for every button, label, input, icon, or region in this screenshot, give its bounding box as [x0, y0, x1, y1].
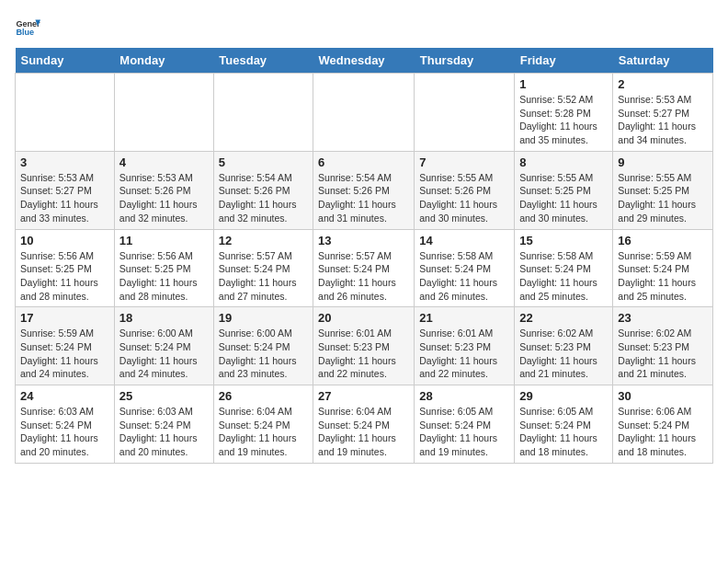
day-number: 23: [618, 311, 708, 325]
day-info: Sunrise: 6:03 AM Sunset: 5:24 PM Dayligh…: [119, 405, 209, 459]
col-header-monday: Monday: [114, 48, 213, 74]
calendar-cell: 19Sunrise: 6:00 AM Sunset: 5:24 PM Dayli…: [213, 307, 313, 385]
day-number: 7: [419, 155, 509, 169]
day-info: Sunrise: 5:53 AM Sunset: 5:27 PM Dayligh…: [618, 93, 708, 147]
calendar-cell: [313, 74, 415, 152]
calendar-week-3: 10Sunrise: 5:56 AM Sunset: 5:25 PM Dayli…: [16, 229, 713, 307]
day-number: 2: [618, 77, 708, 91]
day-info: Sunrise: 5:54 AM Sunset: 5:26 PM Dayligh…: [318, 171, 409, 225]
calendar-cell: 20Sunrise: 6:01 AM Sunset: 5:23 PM Dayli…: [313, 307, 415, 385]
col-header-thursday: Thursday: [415, 48, 515, 74]
day-info: Sunrise: 5:58 AM Sunset: 5:24 PM Dayligh…: [419, 249, 509, 304]
day-number: 28: [419, 389, 509, 403]
calendar-week-1: 1Sunrise: 5:52 AM Sunset: 5:28 PM Daylig…: [16, 74, 713, 152]
day-info: Sunrise: 5:57 AM Sunset: 5:24 PM Dayligh…: [219, 249, 308, 304]
calendar-cell: 1Sunrise: 5:52 AM Sunset: 5:28 PM Daylig…: [515, 74, 613, 152]
day-info: Sunrise: 6:05 AM Sunset: 5:24 PM Dayligh…: [519, 405, 608, 459]
day-info: Sunrise: 6:02 AM Sunset: 5:23 PM Dayligh…: [519, 327, 608, 381]
calendar-cell: 5Sunrise: 5:54 AM Sunset: 5:26 PM Daylig…: [213, 151, 313, 229]
day-info: Sunrise: 5:55 AM Sunset: 5:25 PM Dayligh…: [618, 171, 708, 225]
calendar-cell: 12Sunrise: 5:57 AM Sunset: 5:24 PM Dayli…: [213, 229, 313, 307]
day-info: Sunrise: 5:53 AM Sunset: 5:27 PM Dayligh…: [20, 171, 109, 225]
day-number: 11: [119, 234, 209, 247]
calendar-cell: 13Sunrise: 5:57 AM Sunset: 5:24 PM Dayli…: [313, 229, 415, 307]
calendar-cell: 11Sunrise: 5:56 AM Sunset: 5:25 PM Dayli…: [114, 229, 213, 307]
day-info: Sunrise: 6:05 AM Sunset: 5:24 PM Dayligh…: [419, 405, 509, 459]
calendar-cell: 10Sunrise: 5:56 AM Sunset: 5:25 PM Dayli…: [16, 229, 115, 307]
day-number: 9: [618, 155, 708, 169]
day-info: Sunrise: 5:59 AM Sunset: 5:24 PM Dayligh…: [618, 249, 708, 304]
calendar-cell: [213, 74, 313, 152]
svg-text:Blue: Blue: [16, 28, 34, 37]
day-info: Sunrise: 6:02 AM Sunset: 5:23 PM Dayligh…: [618, 327, 708, 381]
day-number: 30: [618, 389, 708, 403]
day-info: Sunrise: 5:52 AM Sunset: 5:28 PM Dayligh…: [519, 93, 608, 147]
day-number: 12: [219, 234, 308, 247]
day-info: Sunrise: 6:01 AM Sunset: 5:23 PM Dayligh…: [419, 327, 509, 381]
day-info: Sunrise: 6:03 AM Sunset: 5:24 PM Dayligh…: [20, 405, 109, 459]
day-info: Sunrise: 5:56 AM Sunset: 5:25 PM Dayligh…: [20, 249, 109, 304]
day-number: 13: [318, 234, 409, 247]
day-info: Sunrise: 5:59 AM Sunset: 5:24 PM Dayligh…: [20, 327, 109, 381]
calendar-cell: 14Sunrise: 5:58 AM Sunset: 5:24 PM Dayli…: [415, 229, 515, 307]
col-header-sunday: Sunday: [16, 48, 115, 74]
calendar-cell: 30Sunrise: 6:06 AM Sunset: 5:24 PM Dayli…: [613, 385, 713, 464]
calendar-cell: 28Sunrise: 6:05 AM Sunset: 5:24 PM Dayli…: [415, 385, 515, 464]
calendar-header-row: SundayMondayTuesdayWednesdayThursdayFrid…: [16, 48, 713, 74]
day-number: 10: [20, 234, 109, 247]
day-number: 20: [318, 311, 409, 325]
calendar-cell: 18Sunrise: 6:00 AM Sunset: 5:24 PM Dayli…: [114, 307, 213, 385]
calendar-cell: [114, 74, 213, 152]
day-number: 8: [519, 155, 608, 169]
day-info: Sunrise: 6:04 AM Sunset: 5:24 PM Dayligh…: [318, 405, 409, 459]
day-number: 29: [519, 389, 608, 403]
day-info: Sunrise: 5:56 AM Sunset: 5:25 PM Dayligh…: [119, 249, 209, 304]
day-number: 25: [119, 389, 209, 403]
calendar-cell: 8Sunrise: 5:55 AM Sunset: 5:25 PM Daylig…: [515, 151, 613, 229]
calendar-cell: 6Sunrise: 5:54 AM Sunset: 5:26 PM Daylig…: [313, 151, 415, 229]
col-header-wednesday: Wednesday: [313, 48, 415, 74]
day-info: Sunrise: 6:00 AM Sunset: 5:24 PM Dayligh…: [219, 327, 308, 381]
calendar-cell: 22Sunrise: 6:02 AM Sunset: 5:23 PM Dayli…: [515, 307, 613, 385]
day-number: 14: [419, 234, 509, 247]
calendar-table: SundayMondayTuesdayWednesdayThursdayFrid…: [15, 48, 713, 464]
header: General Blue: [15, 15, 713, 40]
day-number: 1: [519, 77, 608, 91]
logo: General Blue: [15, 15, 44, 40]
calendar-cell: [415, 74, 515, 152]
day-number: 26: [219, 389, 308, 403]
day-info: Sunrise: 5:58 AM Sunset: 5:24 PM Dayligh…: [519, 249, 608, 304]
day-number: 16: [618, 234, 708, 247]
calendar-cell: 24Sunrise: 6:03 AM Sunset: 5:24 PM Dayli…: [16, 385, 115, 464]
calendar-week-5: 24Sunrise: 6:03 AM Sunset: 5:24 PM Dayli…: [16, 385, 713, 464]
calendar-cell: 29Sunrise: 6:05 AM Sunset: 5:24 PM Dayli…: [515, 385, 613, 464]
calendar-cell: 9Sunrise: 5:55 AM Sunset: 5:25 PM Daylig…: [613, 151, 713, 229]
day-info: Sunrise: 5:53 AM Sunset: 5:26 PM Dayligh…: [119, 171, 209, 225]
calendar-cell: 2Sunrise: 5:53 AM Sunset: 5:27 PM Daylig…: [613, 74, 713, 152]
day-number: 24: [20, 389, 109, 403]
day-number: 27: [318, 389, 409, 403]
day-number: 4: [119, 155, 209, 169]
calendar-cell: 15Sunrise: 5:58 AM Sunset: 5:24 PM Dayli…: [515, 229, 613, 307]
day-number: 3: [20, 155, 109, 169]
day-number: 15: [519, 234, 608, 247]
calendar-cell: 27Sunrise: 6:04 AM Sunset: 5:24 PM Dayli…: [313, 385, 415, 464]
day-info: Sunrise: 5:55 AM Sunset: 5:25 PM Dayligh…: [519, 171, 608, 225]
day-info: Sunrise: 6:06 AM Sunset: 5:24 PM Dayligh…: [618, 405, 708, 459]
col-header-saturday: Saturday: [613, 48, 713, 74]
calendar-cell: 3Sunrise: 5:53 AM Sunset: 5:27 PM Daylig…: [16, 151, 115, 229]
calendar-week-2: 3Sunrise: 5:53 AM Sunset: 5:27 PM Daylig…: [16, 151, 713, 229]
calendar-cell: [16, 74, 115, 152]
calendar-cell: 7Sunrise: 5:55 AM Sunset: 5:26 PM Daylig…: [415, 151, 515, 229]
day-number: 21: [419, 311, 509, 325]
calendar-cell: 21Sunrise: 6:01 AM Sunset: 5:23 PM Dayli…: [415, 307, 515, 385]
day-number: 6: [318, 155, 409, 169]
day-number: 18: [119, 311, 209, 325]
calendar-cell: 16Sunrise: 5:59 AM Sunset: 5:24 PM Dayli…: [613, 229, 713, 307]
calendar-cell: 26Sunrise: 6:04 AM Sunset: 5:24 PM Dayli…: [213, 385, 313, 464]
day-number: 19: [219, 311, 308, 325]
day-info: Sunrise: 5:54 AM Sunset: 5:26 PM Dayligh…: [219, 171, 308, 225]
day-number: 5: [219, 155, 308, 169]
day-number: 17: [20, 311, 109, 325]
calendar-cell: 4Sunrise: 5:53 AM Sunset: 5:26 PM Daylig…: [114, 151, 213, 229]
